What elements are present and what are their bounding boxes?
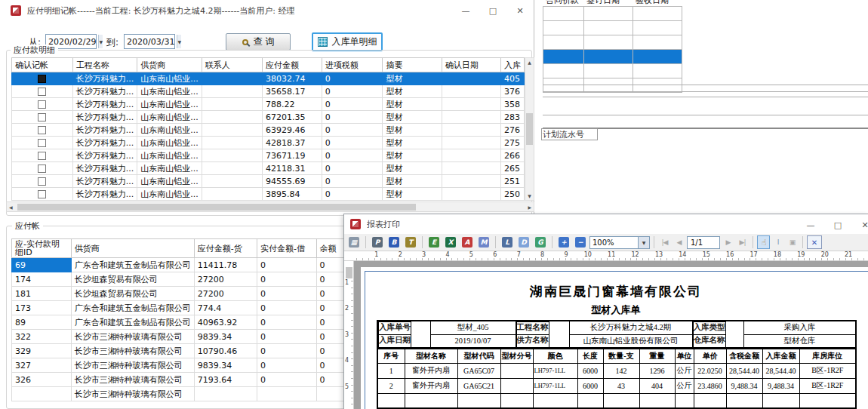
column-header[interactable]: 验收日期: [633, 0, 682, 7]
table-row[interactable]: [543, 21, 682, 35]
close-button[interactable]: ✕: [851, 214, 868, 235]
column-header[interactable]: 联系人: [202, 58, 262, 72]
text-select-button[interactable]: I: [771, 235, 784, 249]
confirm-checkbox[interactable]: [38, 100, 46, 109]
header-row: 确认记帐 工程名称 供货商 联系人 应付金额 进项税额 摘要 确认日期 入库: [12, 58, 525, 72]
to-date-select[interactable]: 2020/03/31 ▼: [124, 34, 175, 49]
inbound-detail-button[interactable]: 入库单明细: [312, 32, 383, 51]
confirm-checkbox[interactable]: [38, 152, 46, 160]
copy-page-button[interactable]: ▣: [786, 235, 799, 249]
next-page-button[interactable]: ▶: [722, 235, 734, 249]
maximize-button[interactable]: □: [824, 214, 851, 235]
table-row[interactable]: [543, 50, 682, 64]
zoom-level-select[interactable]: 100% ▼: [589, 236, 650, 249]
scroll-left-icon[interactable]: ◀: [9, 204, 13, 210]
confirm-checkbox[interactable]: [38, 190, 46, 198]
report-items-table: 序号型材名称 型材代码型材分号 颜色长度 数量-支重量 单位单价 含税金额入库金…: [377, 348, 857, 409]
confirm-checkbox[interactable]: [38, 139, 46, 147]
scroll-right-icon[interactable]: ▶: [528, 204, 531, 210]
book-button[interactable]: B: [386, 235, 402, 249]
toolbar-icon: G: [535, 237, 546, 248]
ruler-number: 18: [759, 251, 782, 260]
table-row[interactable]: 长沙万科魅力... 山东南山铝业... 73671.19 0 型材 266: [12, 149, 525, 162]
ruler-number: 6: [474, 251, 497, 260]
divider: [543, 85, 868, 85]
column-header[interactable]: 确认记帐: [12, 58, 73, 72]
print-button[interactable]: P: [370, 235, 385, 249]
hand-tool-button[interactable]: ☝: [757, 235, 770, 249]
column-header[interactable]: 应付金额: [262, 58, 322, 72]
maximize-button[interactable]: □: [479, 0, 506, 21]
toolbar-icon: P: [372, 237, 383, 248]
column-header[interactable]: 应-实付款明细ID: [12, 239, 72, 258]
zoom-in-button[interactable]: +: [556, 235, 571, 249]
header-row: 合同价款 签订日期 验收日期: [543, 0, 682, 7]
column-header[interactable]: 供货商: [71, 239, 194, 258]
scroll-up-icon[interactable]: ▲: [528, 60, 531, 65]
table-row[interactable]: 长沙万科魅力... 山东南山铝业... 42818.37 0 型材 275: [12, 137, 525, 149]
table-row[interactable]: [543, 64, 682, 78]
minimize-button[interactable]: —: [452, 0, 479, 21]
column-header[interactable]: 供货商: [137, 58, 202, 72]
single-page-button[interactable]: D: [516, 235, 531, 249]
ruler-number: 2: [379, 251, 402, 260]
multi-page-button[interactable]: G: [533, 235, 548, 249]
contract-table: 合同价款 签订日期 验收日期: [543, 0, 682, 93]
window-title: 应付明细记帐------当前工程: 长沙万科魅力之城4.2期------当前用户…: [27, 5, 295, 17]
titlebar[interactable]: 应付明细记帐------当前工程: 长沙万科魅力之城4.2期------当前用户…: [0, 0, 534, 21]
horizontal-scrollbar[interactable]: ◀ ▶: [6, 201, 534, 212]
export-pdf-button[interactable]: A: [460, 235, 475, 249]
ruler-number: 7: [497, 251, 521, 260]
table-row[interactable]: 长沙万科魅力... 山东南山铝业... 35658.17 0 型材 376: [12, 85, 525, 98]
report-designer-button[interactable]: ▦: [346, 235, 362, 249]
table-row[interactable]: 长沙万科魅力... 山东南山铝业... 42118.31 0 型材 265: [12, 162, 525, 175]
confirm-checkbox[interactable]: [38, 177, 46, 186]
table-row[interactable]: 长沙万科魅力... 山东南山铝业... 63929.46 0 型材 276: [12, 124, 525, 137]
table-row[interactable]: 长沙万科魅力... 山东南山铝业... 67201.35 0 型材 283: [12, 111, 525, 124]
column-header[interactable]: 签订日期: [584, 0, 633, 7]
column-header[interactable]: 合同价款: [543, 0, 584, 7]
payable-detail-grid: 确认记帐 工程名称 供货商 联系人 应付金额 进项税额 摘要 确认日期 入库: [11, 57, 525, 201]
export-button[interactable]: E: [426, 235, 442, 249]
page-number-input[interactable]: 1/1: [687, 236, 720, 249]
edit-page-button[interactable]: M: [476, 235, 491, 249]
vertical-scrollbar[interactable]: ▲ ▼: [525, 57, 534, 201]
column-header[interactable]: 确认日期: [442, 58, 500, 72]
print-layout-button[interactable]: L: [500, 235, 515, 249]
table-row[interactable]: 长沙万科魅力... 山东南山铝业... 94555.69 0 型材 251: [12, 175, 525, 188]
confirm-checkbox[interactable]: [38, 88, 46, 96]
column-header[interactable]: 摘要: [383, 58, 442, 72]
table-row[interactable]: 长沙万科魅力... 山东南山铝业... 38032.74 0 型材 405: [12, 72, 525, 85]
titlebar[interactable]: 报表打印 — □ ✕: [344, 214, 868, 234]
minimize-button[interactable]: —: [797, 214, 824, 235]
last-page-button[interactable]: ▶|: [736, 235, 749, 249]
table-row[interactable]: [543, 35, 682, 50]
toolbar-icon: M: [479, 237, 489, 248]
first-page-button[interactable]: |◀: [658, 235, 671, 249]
column-header[interactable]: 实付金额-借: [257, 239, 317, 258]
scroll-thumb[interactable]: [17, 204, 416, 211]
confirm-checkbox[interactable]: [38, 165, 46, 173]
export-excel-button[interactable]: X: [443, 235, 458, 249]
close-preview-button[interactable]: ✕: [807, 235, 822, 249]
column-header[interactable]: 工程名称: [72, 58, 137, 72]
confirm-checkbox[interactable]: [38, 113, 46, 121]
confirm-checkbox[interactable]: [38, 75, 46, 83]
column-header[interactable]: 应付金额-货: [194, 239, 257, 258]
close-button[interactable]: ✕: [506, 0, 534, 21]
table-row[interactable]: 长沙万科魅力... 山东南山铝业... 788.22 0 型材 358: [12, 98, 525, 111]
scroll-thumb[interactable]: [526, 113, 533, 145]
query-button[interactable]: 查 询: [226, 33, 291, 51]
column-header[interactable]: 进项税额: [322, 58, 383, 72]
column-header[interactable]: 入库: [500, 58, 524, 72]
plan-serial-field[interactable]: 计划流水号: [541, 128, 598, 140]
confirm-checkbox[interactable]: [38, 126, 46, 134]
zoom-out-button[interactable]: −: [573, 235, 588, 249]
scroll-down-icon[interactable]: ▼: [528, 193, 531, 198]
table-row[interactable]: 长沙万科魅力... 山东南山铝业... 3895.84 0 型材 250: [12, 188, 525, 201]
table-row[interactable]: [543, 78, 682, 93]
table-row[interactable]: [543, 7, 682, 21]
page-setup-button[interactable]: T: [403, 235, 418, 249]
prev-page-button[interactable]: ◀: [673, 235, 685, 249]
horizontal-ruler: 123456789101112131415161718192021: [344, 251, 868, 261]
